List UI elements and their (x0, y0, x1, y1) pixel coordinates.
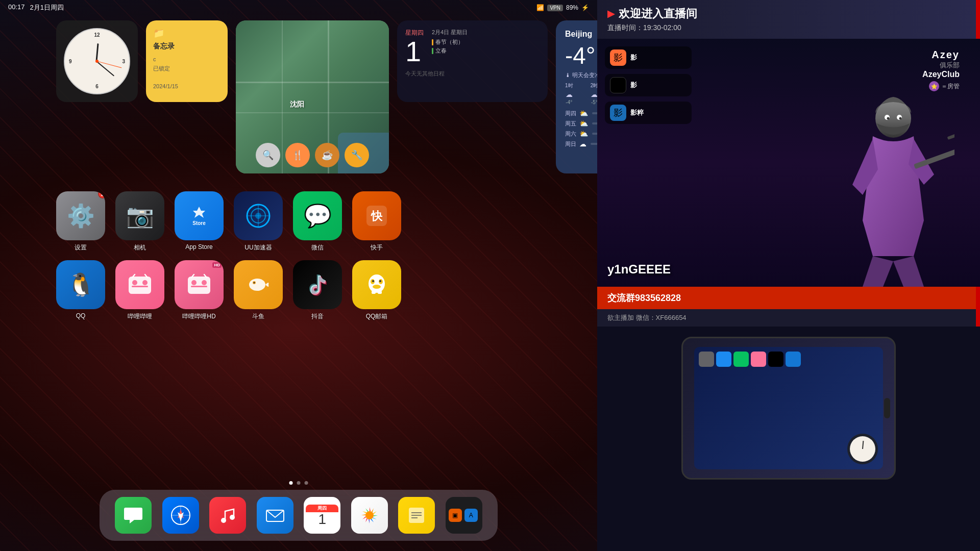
logo-text-2: 影 (630, 81, 637, 90)
notes-title: 备忘录 (153, 42, 220, 51)
device-frame (681, 337, 896, 480)
tiktok-label: 抖音 (311, 312, 324, 321)
svg-point-37 (230, 515, 235, 520)
dock-photos[interactable] (351, 497, 388, 534)
appstore-icon: Store (175, 191, 224, 240)
stream-time-label: 直播时间：19:30-02:00 (607, 23, 970, 33)
stream-main-title: 欢迎进入直播间 (619, 6, 697, 21)
messages-icon-svg (123, 505, 143, 525)
apps-row2: 🐧 QQ 哔哩哔哩 (56, 260, 401, 321)
cal-event2: 立春 (432, 47, 540, 55)
map-road-h1 (236, 82, 389, 83)
app-appstore[interactable]: Store App Store (175, 191, 224, 252)
camera-label: 相机 (134, 243, 146, 252)
clock-widget: 12 3 6 9 (56, 20, 138, 102)
room-manager-icon: ⭐ (929, 81, 939, 91)
notes-content: c 已锁定 2024/1/15 (153, 55, 220, 91)
tiktok-icon (293, 260, 342, 309)
svg-point-26 (373, 285, 381, 289)
logo-icon-2: 影 (610, 77, 626, 93)
wechat-label: 微信 (311, 243, 324, 252)
tiktok-logo-svg (302, 269, 333, 300)
svg-rect-29 (372, 291, 376, 294)
page-dot-2[interactable] (297, 481, 301, 485)
map-search-btn[interactable]: 🔍 (256, 143, 280, 167)
page-dot-1[interactable] (289, 481, 293, 485)
bilibili-label: 哔哩哔哩 (128, 312, 152, 321)
app-qq[interactable]: 🐧 QQ (56, 260, 105, 321)
dock-mail[interactable] (257, 497, 293, 534)
app-uu[interactable]: UU加速器 (234, 191, 283, 252)
svg-rect-46 (947, 133, 954, 139)
app-kuaishou[interactable]: 快 快手 (352, 191, 401, 252)
folder-icon-1: ▣ (449, 509, 462, 522)
map-controls: 🔍 🍴 ☕ 🔧 (256, 143, 369, 167)
clock-3: 3 (122, 59, 125, 64)
svg-point-20 (249, 279, 265, 291)
dock-messages[interactable] (115, 497, 152, 534)
cal-no-events: 今天无其他日程 (405, 70, 540, 78)
page-dot-3[interactable] (305, 481, 308, 485)
qq-icon: 🐧 (56, 260, 105, 309)
dock-folder[interactable]: ▣ A (446, 497, 482, 534)
svg-point-50 (899, 117, 902, 120)
dock-music[interactable] (209, 497, 246, 534)
stream-title-row: ▶ 欢迎进入直播间 (607, 6, 970, 21)
app-tiktok[interactable]: 抖音 (293, 260, 342, 321)
mini-clock (847, 434, 878, 464)
svg-point-16 (202, 280, 207, 285)
map-coffee-btn[interactable]: ☕ (315, 143, 339, 167)
map-food-btn[interactable]: 🍴 (285, 143, 310, 167)
bilibili-icon (115, 260, 164, 309)
qqmail-icon (352, 260, 401, 309)
dock-calendar-day: 1 (318, 512, 326, 527)
appstore-label: App Store (185, 243, 212, 251)
notes-item2: 已锁定 (153, 64, 220, 73)
douyu-logo-svg (243, 269, 274, 300)
map-widget[interactable]: 沈阳 🔍 🍴 ☕ 🔧 (236, 20, 389, 173)
app-wechat[interactable]: 💬 微信 (293, 191, 342, 252)
device-screen (694, 347, 883, 469)
battery-display: 89% (566, 4, 578, 11)
notes-widget[interactable]: 📁 备忘录 c 已锁定 2024/1/15 (146, 20, 228, 102)
stream-header: ▶ 欢迎进入直播间 直播时间：19:30-02:00 (597, 0, 980, 39)
dock-safari[interactable] (162, 497, 199, 534)
cal-event2-dot (432, 48, 433, 54)
app-bilibili[interactable]: 哔哩哔哩 (115, 260, 164, 321)
dock-notes[interactable] (398, 497, 435, 534)
svg-point-10 (142, 280, 148, 285)
app-douyu[interactable]: 斗鱼 (234, 260, 283, 321)
app-camera[interactable]: 📷 相机 (115, 191, 164, 252)
status-right: 📶 VPN 89% ⚡ (536, 4, 589, 11)
kuaishou-label: 快手 (371, 243, 383, 252)
cal-day: 1 (405, 37, 424, 66)
cal-day-number: 星期四 1 (405, 29, 424, 66)
logo-text-3: 影粹 (630, 108, 644, 117)
hd-badge: HD (212, 262, 222, 268)
dock: 周四 1 (100, 490, 498, 541)
character-svg (812, 93, 954, 287)
stream-bottom2: 欲主播加 微信：XF666654 (597, 309, 980, 327)
cal-event1: 春节（初） (432, 38, 540, 46)
svg-point-9 (132, 280, 137, 285)
svg-rect-14 (188, 277, 210, 294)
svg-rect-30 (378, 291, 382, 294)
app-settings[interactable]: ⚙️ 2 设置 (56, 191, 105, 252)
bilibili-logo-svg (125, 269, 155, 300)
stream-overlay-left: 影 影 影 影 影 影粹 (597, 39, 699, 287)
status-bar: 00:17 2月1日周四 📶 VPN 89% ⚡ (0, 0, 597, 15)
dock-calendar[interactable]: 周四 1 (304, 497, 340, 534)
azey-club-label: Azey (922, 49, 960, 61)
calendar-widget[interactable]: 星期四 1 2月4日 星期日 春节（初） 立春 今天无其他日程 (397, 20, 548, 102)
kuaishou-icon: 快 (352, 191, 401, 240)
app-bilibili-hd[interactable]: HD 哔哩哔哩HD (175, 260, 224, 321)
vpn-badge: VPN (547, 5, 563, 11)
stream-bottom-bar: 交流群983562828 (597, 287, 980, 309)
svg-point-23 (369, 274, 385, 293)
bilibili-hd-logo-svg (184, 269, 214, 300)
map-tool-btn[interactable]: 🔧 (345, 143, 369, 167)
settings-badge: 2 (98, 191, 105, 198)
stream-username: y1nGEEEE (607, 262, 671, 277)
safari-icon-svg (170, 505, 191, 525)
app-qqmail[interactable]: QQ邮箱 (352, 260, 401, 321)
